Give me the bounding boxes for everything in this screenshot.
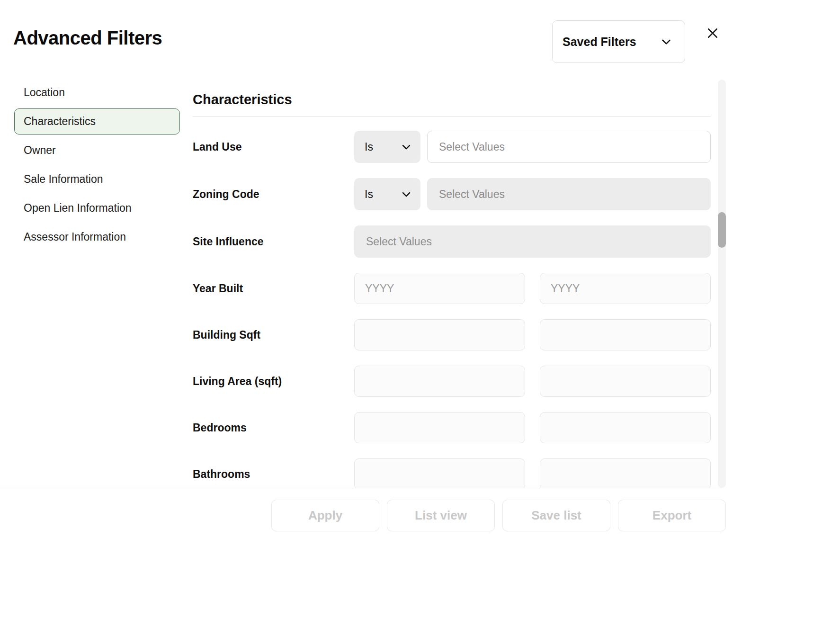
section-title: Characteristics xyxy=(193,92,711,108)
sidebar-item-sale-information[interactable]: Sale Information xyxy=(14,166,180,192)
footer-actions: Apply List view Save list Export xyxy=(271,500,726,531)
field-controls: Is xyxy=(354,178,711,210)
field-controls xyxy=(354,366,711,397)
sidebar-item-label: Location xyxy=(24,86,65,99)
land-use-values-input[interactable] xyxy=(427,131,711,163)
field-label: Site Influence xyxy=(193,235,354,248)
field-label: Land Use xyxy=(193,141,354,153)
field-controls xyxy=(354,458,711,488)
operator-value: Is xyxy=(365,188,373,201)
field-label: Bathrooms xyxy=(193,468,354,481)
chevron-down-icon xyxy=(659,35,673,49)
filter-row-building-sqft: Building Sqft xyxy=(193,319,711,350)
year-built-min-input[interactable] xyxy=(354,273,525,304)
sidebar-item-label: Open Lien Information xyxy=(24,202,132,215)
zoning-code-values-input xyxy=(427,178,711,210)
field-controls xyxy=(354,273,711,304)
filter-row-living-area: Living Area (sqft) xyxy=(193,366,711,397)
bathrooms-min-input[interactable] xyxy=(354,458,525,488)
sidebar-item-characteristics[interactable]: Characteristics xyxy=(14,108,180,135)
close-button[interactable] xyxy=(704,25,722,43)
living-area-min-input[interactable] xyxy=(354,366,525,397)
field-controls xyxy=(354,225,711,258)
sidebar-item-label: Characteristics xyxy=(24,115,96,128)
scrollbar-thumb[interactable] xyxy=(718,212,726,248)
section-divider xyxy=(193,116,711,117)
bedrooms-max-input[interactable] xyxy=(540,412,711,443)
bathrooms-max-input[interactable] xyxy=(540,458,711,488)
chevron-down-icon xyxy=(400,140,413,153)
field-controls: Is xyxy=(354,131,711,163)
sidebar-item-owner[interactable]: Owner xyxy=(14,137,180,163)
filter-row-site-influence: Site Influence xyxy=(193,225,711,258)
land-use-operator-select[interactable]: Is xyxy=(354,131,420,163)
filter-row-land-use: Land Use Is xyxy=(193,131,711,163)
sidebar-item-assessor-information[interactable]: Assessor Information xyxy=(14,224,180,250)
sidebar-item-label: Owner xyxy=(24,144,56,157)
list-view-button[interactable]: List view xyxy=(387,500,495,531)
saved-filters-label: Saved Filters xyxy=(563,35,636,49)
zoning-code-operator-select[interactable]: Is xyxy=(354,178,420,210)
characteristics-panel: Characteristics Land Use Is Zoning Code xyxy=(193,80,711,488)
field-label: Living Area (sqft) xyxy=(193,375,354,388)
field-controls xyxy=(354,319,711,350)
living-area-max-input[interactable] xyxy=(540,366,711,397)
filter-row-bathrooms: Bathrooms xyxy=(193,458,711,488)
filter-row-bedrooms: Bedrooms xyxy=(193,412,711,443)
field-label: Zoning Code xyxy=(193,188,354,201)
sidebar-item-location[interactable]: Location xyxy=(14,80,180,106)
field-controls xyxy=(354,412,711,443)
sidebar-item-open-lien-information[interactable]: Open Lien Information xyxy=(14,195,180,221)
field-label: Building Sqft xyxy=(193,329,354,341)
close-icon xyxy=(706,26,720,42)
scrollbar[interactable] xyxy=(718,80,726,488)
export-button[interactable]: Export xyxy=(618,500,726,531)
building-sqft-min-input[interactable] xyxy=(354,319,525,350)
save-list-button[interactable]: Save list xyxy=(502,500,610,531)
filter-row-zoning-code: Zoning Code Is xyxy=(193,178,711,210)
site-influence-values-input xyxy=(354,225,711,258)
sidebar-item-label: Sale Information xyxy=(24,173,103,186)
field-label: Bedrooms xyxy=(193,422,354,434)
saved-filters-dropdown[interactable]: Saved Filters xyxy=(552,20,685,63)
apply-button[interactable]: Apply xyxy=(271,500,379,531)
sidebar: Location Characteristics Owner Sale Info… xyxy=(14,80,180,253)
building-sqft-max-input[interactable] xyxy=(540,319,711,350)
sidebar-item-label: Assessor Information xyxy=(24,231,126,243)
field-label: Year Built xyxy=(193,282,354,295)
page-title: Advanced Filters xyxy=(13,27,162,49)
filter-row-year-built: Year Built xyxy=(193,273,711,304)
chevron-down-icon xyxy=(400,188,413,201)
content-bottom-divider xyxy=(0,488,722,488)
year-built-max-input[interactable] xyxy=(540,273,711,304)
bedrooms-min-input[interactable] xyxy=(354,412,525,443)
operator-value: Is xyxy=(365,141,373,153)
